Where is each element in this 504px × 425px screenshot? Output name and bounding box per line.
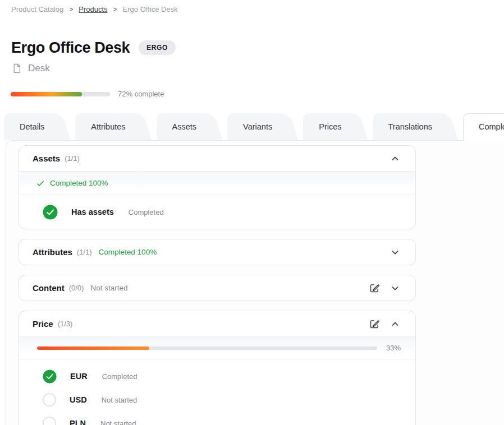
chevron-up-icon[interactable] bbox=[390, 153, 401, 164]
price-progress-fill bbox=[37, 347, 149, 350]
tab-completeness[interactable]: Completeness bbox=[463, 113, 504, 140]
currency-row-eur: EUR Completed bbox=[19, 364, 415, 388]
tab-prices-label: Prices bbox=[303, 113, 367, 140]
breadcrumb-separator: > bbox=[113, 6, 117, 13]
section-title: Price bbox=[33, 319, 53, 329]
check-icon bbox=[36, 179, 45, 188]
edit-icon[interactable] bbox=[369, 318, 380, 330]
section-status: Not started bbox=[90, 284, 127, 292]
tab-assets[interactable]: Assets bbox=[157, 113, 223, 140]
tab-translations[interactable]: Translations bbox=[373, 113, 458, 140]
section-price-progress-row: 33% bbox=[19, 336, 415, 359]
section-assets-header[interactable]: Assets (1/1) bbox=[19, 146, 415, 171]
check-circle-icon bbox=[43, 205, 58, 220]
section-assets-summary: Completed 100% bbox=[19, 171, 415, 195]
tab-prices[interactable]: Prices bbox=[303, 113, 367, 140]
breadcrumb-current-page: Ergo Office Desk bbox=[123, 5, 178, 13]
breadcrumb-product-catalog[interactable]: Product Catalog bbox=[11, 5, 63, 13]
section-count: (1/1) bbox=[77, 248, 92, 256]
sku-badge: ERGO bbox=[139, 40, 176, 55]
currency-status: Not started bbox=[102, 396, 138, 404]
section-content: Content (0/0) Not started bbox=[19, 275, 416, 301]
tab-completeness-label: Completeness bbox=[463, 113, 504, 140]
chevron-up-icon[interactable] bbox=[390, 318, 401, 330]
breadcrumb: Product Catalog > Products > Ergo Office… bbox=[11, 5, 493, 13]
check-circle-icon bbox=[43, 369, 57, 384]
section-count: (1/3) bbox=[58, 320, 73, 328]
section-attributes-header[interactable]: Attributes (1/1) Completed 100% bbox=[19, 239, 415, 265]
section-content-header[interactable]: Content (0/0) Not started bbox=[19, 275, 415, 301]
breadcrumb-separator: > bbox=[69, 6, 73, 13]
overall-progress-label: 72% complete bbox=[118, 90, 164, 98]
document-icon bbox=[11, 63, 22, 74]
currency-row-usd: USD Not started bbox=[19, 388, 415, 412]
currency-label: PLN bbox=[70, 419, 86, 425]
requirement-label: Has assets bbox=[71, 207, 114, 216]
product-header: Ergo Office Desk ERGO bbox=[0, 39, 504, 56]
chevron-down-icon[interactable] bbox=[390, 247, 401, 258]
product-type-label: Desk bbox=[28, 63, 50, 74]
currency-status: Not started bbox=[100, 419, 136, 425]
empty-circle-icon bbox=[43, 393, 56, 406]
overall-completeness: 72% complete bbox=[0, 90, 504, 98]
currency-status: Completed bbox=[102, 372, 138, 381]
currency-label: EUR bbox=[70, 372, 88, 381]
section-title: Content bbox=[33, 283, 65, 293]
section-assets-items: Has assets Completed bbox=[19, 195, 415, 229]
section-price-items: EUR Completed USD Not started PLN Not st… bbox=[19, 359, 415, 425]
section-count: (0/0) bbox=[69, 284, 84, 292]
product-type-row: Desk bbox=[0, 63, 504, 74]
overall-progress-bar bbox=[11, 92, 110, 96]
requirement-status: Completed bbox=[129, 208, 164, 216]
currency-label: USD bbox=[70, 395, 87, 404]
section-count: (1/1) bbox=[65, 154, 80, 163]
tab-attributes-label: Attributes bbox=[75, 113, 151, 140]
price-progress-bar bbox=[37, 347, 377, 350]
page-title: Ergo Office Desk bbox=[11, 39, 130, 56]
tab-strip: Details Attributes Assets Variants Price… bbox=[0, 113, 504, 140]
section-assets: Assets (1/1) Completed 100% bbox=[19, 145, 416, 229]
tab-assets-label: Assets bbox=[157, 113, 223, 140]
requirement-row-has-assets: Has assets Completed bbox=[19, 200, 415, 224]
section-summary-label: Completed 100% bbox=[50, 179, 108, 187]
edit-icon[interactable] bbox=[369, 283, 380, 294]
tab-variants[interactable]: Variants bbox=[227, 113, 298, 140]
completeness-panel: Assets (1/1) Completed 100% bbox=[6, 140, 504, 425]
overall-progress-fill bbox=[11, 92, 82, 96]
top-bar: Product Catalog > Products > Ergo Office… bbox=[0, 0, 504, 13]
section-price: Price (1/3) 33% bbox=[19, 311, 416, 425]
section-status: Completed 100% bbox=[99, 248, 157, 256]
section-price-header[interactable]: Price (1/3) bbox=[19, 311, 415, 336]
section-title: Assets bbox=[33, 154, 60, 163]
tab-details-label: Details bbox=[4, 113, 70, 140]
section-attributes: Attributes (1/1) Completed 100% bbox=[19, 239, 416, 265]
tab-translations-label: Translations bbox=[373, 113, 458, 140]
tab-details[interactable]: Details bbox=[4, 113, 70, 140]
tab-variants-label: Variants bbox=[227, 113, 298, 140]
tab-attributes[interactable]: Attributes bbox=[75, 113, 151, 140]
chevron-down-icon[interactable] bbox=[390, 283, 401, 294]
breadcrumb-products-link[interactable]: Products bbox=[79, 5, 107, 13]
empty-circle-icon bbox=[43, 417, 56, 425]
currency-row-pln: PLN Not started bbox=[19, 412, 415, 425]
price-progress-label: 33% bbox=[385, 344, 401, 352]
section-title: Attributes bbox=[33, 247, 72, 257]
